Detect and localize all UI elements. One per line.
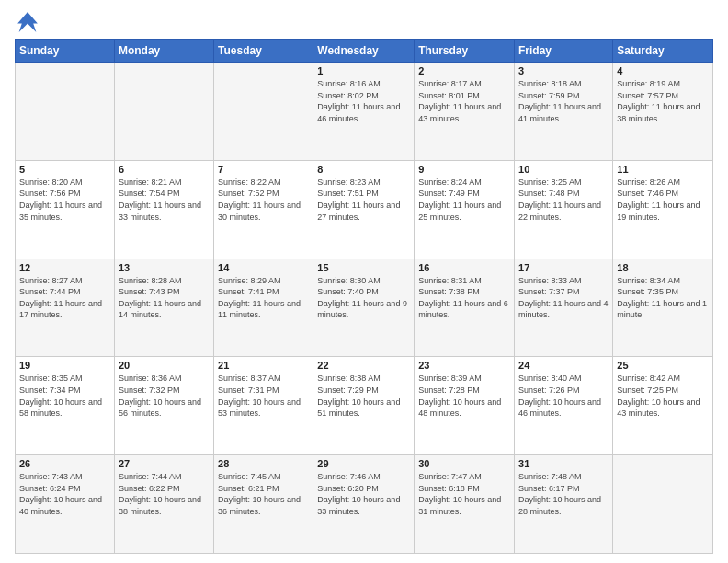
- day-info: Sunrise: 8:31 AM Sunset: 7:38 PM Dayligh…: [418, 275, 510, 321]
- col-tuesday: Tuesday: [214, 40, 313, 63]
- table-row: 6Sunrise: 8:21 AM Sunset: 7:54 PM Daylig…: [114, 160, 213, 259]
- table-row: 12Sunrise: 8:27 AM Sunset: 7:44 PM Dayli…: [16, 259, 115, 357]
- table-row: 17Sunrise: 8:33 AM Sunset: 7:37 PM Dayli…: [515, 259, 613, 357]
- day-info: Sunrise: 8:37 AM Sunset: 7:31 PM Dayligh…: [218, 373, 309, 419]
- day-number: 5: [19, 164, 110, 175]
- day-info: Sunrise: 8:17 AM Sunset: 8:01 PM Dayligh…: [418, 78, 510, 124]
- day-number: 15: [317, 262, 410, 273]
- day-info: Sunrise: 8:16 AM Sunset: 8:02 PM Dayligh…: [317, 78, 410, 124]
- table-row: 8Sunrise: 8:23 AM Sunset: 7:51 PM Daylig…: [313, 160, 415, 259]
- table-row: 18Sunrise: 8:34 AM Sunset: 7:35 PM Dayli…: [613, 259, 713, 357]
- page: Sunday Monday Tuesday Wednesday Thursday…: [0, 0, 728, 563]
- table-row: [16, 63, 115, 161]
- day-info: Sunrise: 8:36 AM Sunset: 7:32 PM Dayligh…: [119, 373, 210, 419]
- table-row: 30Sunrise: 7:47 AM Sunset: 6:18 PM Dayli…: [415, 455, 515, 554]
- table-row: 14Sunrise: 8:29 AM Sunset: 7:41 PM Dayli…: [214, 259, 313, 357]
- table-row: 28Sunrise: 7:45 AM Sunset: 6:21 PM Dayli…: [214, 455, 313, 554]
- day-number: 31: [518, 458, 609, 469]
- table-row: 10Sunrise: 8:25 AM Sunset: 7:48 PM Dayli…: [515, 160, 613, 259]
- logo: [15, 9, 44, 35]
- day-number: 22: [317, 360, 410, 371]
- table-row: 20Sunrise: 8:36 AM Sunset: 7:32 PM Dayli…: [114, 357, 213, 455]
- day-number: 11: [617, 164, 709, 175]
- table-row: [613, 455, 713, 554]
- day-number: 1: [317, 65, 410, 76]
- day-info: Sunrise: 8:25 AM Sunset: 7:48 PM Dayligh…: [518, 177, 609, 223]
- calendar-week-row: 5Sunrise: 8:20 AM Sunset: 7:56 PM Daylig…: [16, 160, 713, 259]
- table-row: 25Sunrise: 8:42 AM Sunset: 7:25 PM Dayli…: [613, 357, 713, 455]
- day-number: 21: [218, 360, 309, 371]
- day-number: 4: [617, 65, 709, 76]
- table-row: [214, 63, 313, 161]
- day-number: 30: [418, 458, 510, 469]
- day-info: Sunrise: 7:46 AM Sunset: 6:20 PM Dayligh…: [317, 471, 410, 517]
- day-info: Sunrise: 8:21 AM Sunset: 7:54 PM Dayligh…: [119, 177, 210, 223]
- table-row: 2Sunrise: 8:17 AM Sunset: 8:01 PM Daylig…: [415, 63, 515, 161]
- day-number: 23: [418, 360, 510, 371]
- day-info: Sunrise: 8:27 AM Sunset: 7:44 PM Dayligh…: [19, 275, 110, 321]
- day-info: Sunrise: 8:40 AM Sunset: 7:26 PM Dayligh…: [518, 373, 609, 419]
- day-info: Sunrise: 8:34 AM Sunset: 7:35 PM Dayligh…: [617, 275, 709, 321]
- table-row: 26Sunrise: 7:43 AM Sunset: 6:24 PM Dayli…: [16, 455, 115, 554]
- day-info: Sunrise: 8:24 AM Sunset: 7:49 PM Dayligh…: [418, 177, 510, 223]
- day-info: Sunrise: 8:30 AM Sunset: 7:40 PM Dayligh…: [317, 275, 410, 321]
- table-row: 19Sunrise: 8:35 AM Sunset: 7:34 PM Dayli…: [16, 357, 115, 455]
- day-number: 28: [218, 458, 309, 469]
- day-info: Sunrise: 8:23 AM Sunset: 7:51 PM Dayligh…: [317, 177, 410, 223]
- table-row: 7Sunrise: 8:22 AM Sunset: 7:52 PM Daylig…: [214, 160, 313, 259]
- day-info: Sunrise: 7:47 AM Sunset: 6:18 PM Dayligh…: [418, 471, 510, 517]
- day-info: Sunrise: 7:45 AM Sunset: 6:21 PM Dayligh…: [218, 471, 309, 517]
- day-number: 10: [518, 164, 609, 175]
- table-row: 16Sunrise: 8:31 AM Sunset: 7:38 PM Dayli…: [415, 259, 515, 357]
- header: [15, 9, 713, 35]
- day-number: 17: [518, 262, 609, 273]
- day-info: Sunrise: 8:39 AM Sunset: 7:28 PM Dayligh…: [418, 373, 510, 419]
- day-info: Sunrise: 8:26 AM Sunset: 7:46 PM Dayligh…: [617, 177, 709, 223]
- col-wednesday: Wednesday: [313, 40, 415, 63]
- day-number: 13: [119, 262, 210, 273]
- table-row: 15Sunrise: 8:30 AM Sunset: 7:40 PM Dayli…: [313, 259, 415, 357]
- col-thursday: Thursday: [415, 40, 515, 63]
- day-info: Sunrise: 8:28 AM Sunset: 7:43 PM Dayligh…: [119, 275, 210, 321]
- table-row: 22Sunrise: 8:38 AM Sunset: 7:29 PM Dayli…: [313, 357, 415, 455]
- col-monday: Monday: [114, 40, 213, 63]
- calendar-header-row: Sunday Monday Tuesday Wednesday Thursday…: [16, 40, 713, 63]
- day-number: 2: [418, 65, 510, 76]
- calendar-week-row: 12Sunrise: 8:27 AM Sunset: 7:44 PM Dayli…: [16, 259, 713, 357]
- day-info: Sunrise: 7:48 AM Sunset: 6:17 PM Dayligh…: [518, 471, 609, 517]
- day-number: 25: [617, 360, 709, 371]
- day-info: Sunrise: 8:29 AM Sunset: 7:41 PM Dayligh…: [218, 275, 309, 321]
- day-number: 14: [218, 262, 309, 273]
- calendar-table: Sunday Monday Tuesday Wednesday Thursday…: [15, 39, 713, 554]
- col-friday: Friday: [515, 40, 613, 63]
- calendar-week-row: 1Sunrise: 8:16 AM Sunset: 8:02 PM Daylig…: [16, 63, 713, 161]
- day-number: 12: [19, 262, 110, 273]
- day-number: 6: [119, 164, 210, 175]
- table-row: 4Sunrise: 8:19 AM Sunset: 7:57 PM Daylig…: [613, 63, 713, 161]
- day-info: Sunrise: 7:44 AM Sunset: 6:22 PM Dayligh…: [119, 471, 210, 517]
- logo-icon: [15, 9, 40, 35]
- calendar-week-row: 19Sunrise: 8:35 AM Sunset: 7:34 PM Dayli…: [16, 357, 713, 455]
- table-row: 1Sunrise: 8:16 AM Sunset: 8:02 PM Daylig…: [313, 63, 415, 161]
- day-info: Sunrise: 8:20 AM Sunset: 7:56 PM Dayligh…: [19, 177, 110, 223]
- day-info: Sunrise: 8:18 AM Sunset: 7:59 PM Dayligh…: [518, 78, 609, 124]
- day-info: Sunrise: 7:43 AM Sunset: 6:24 PM Dayligh…: [19, 471, 110, 517]
- day-info: Sunrise: 8:35 AM Sunset: 7:34 PM Dayligh…: [19, 373, 110, 419]
- table-row: 27Sunrise: 7:44 AM Sunset: 6:22 PM Dayli…: [114, 455, 213, 554]
- day-info: Sunrise: 8:38 AM Sunset: 7:29 PM Dayligh…: [317, 373, 410, 419]
- col-sunday: Sunday: [16, 40, 115, 63]
- table-row: 13Sunrise: 8:28 AM Sunset: 7:43 PM Dayli…: [114, 259, 213, 357]
- table-row: 11Sunrise: 8:26 AM Sunset: 7:46 PM Dayli…: [613, 160, 713, 259]
- table-row: 21Sunrise: 8:37 AM Sunset: 7:31 PM Dayli…: [214, 357, 313, 455]
- table-row: 24Sunrise: 8:40 AM Sunset: 7:26 PM Dayli…: [515, 357, 613, 455]
- day-number: 24: [518, 360, 609, 371]
- day-info: Sunrise: 8:33 AM Sunset: 7:37 PM Dayligh…: [518, 275, 609, 321]
- table-row: 9Sunrise: 8:24 AM Sunset: 7:49 PM Daylig…: [415, 160, 515, 259]
- day-number: 18: [617, 262, 709, 273]
- day-info: Sunrise: 8:19 AM Sunset: 7:57 PM Dayligh…: [617, 78, 709, 124]
- table-row: 23Sunrise: 8:39 AM Sunset: 7:28 PM Dayli…: [415, 357, 515, 455]
- table-row: 5Sunrise: 8:20 AM Sunset: 7:56 PM Daylig…: [16, 160, 115, 259]
- day-number: 20: [119, 360, 210, 371]
- table-row: 29Sunrise: 7:46 AM Sunset: 6:20 PM Dayli…: [313, 455, 415, 554]
- day-number: 8: [317, 164, 410, 175]
